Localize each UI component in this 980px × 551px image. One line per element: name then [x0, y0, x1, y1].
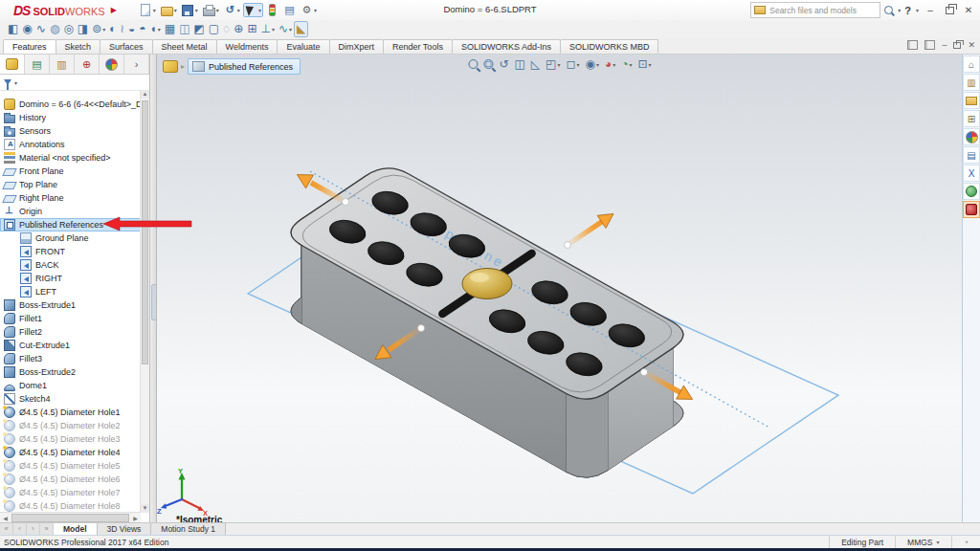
appearances-button[interactable] [963, 128, 980, 145]
propertymanager-tab[interactable]: ▤ [25, 55, 50, 74]
caret-down-icon[interactable]: ▾ [237, 7, 240, 13]
boundary-boss-button[interactable]: ◎ [61, 22, 75, 36]
tree-item-right-plane[interactable]: Right Plane [0, 191, 141, 205]
measure-button[interactable]: ◺ [528, 56, 543, 72]
tree-item-fillet1[interactable]: Fillet1 [0, 312, 141, 325]
caret-down-icon[interactable]: ▾ [216, 7, 219, 13]
reference-handle[interactable] [565, 242, 571, 249]
previous-view-button[interactable]: ↺ [496, 56, 511, 72]
tree-item-right[interactable]: RIGHT [0, 272, 141, 285]
tree-item-4-5-4-5-diameter-hole8[interactable]: Ø4.5 (4.5) Diameter Hole8 [0, 499, 141, 513]
search-scope-icon[interactable] [754, 6, 766, 14]
reference-handle[interactable] [641, 369, 648, 376]
lofted-cut-button[interactable]: ◒ [126, 22, 137, 36]
hide-show-items-button[interactable]: ◉▾ [582, 56, 602, 72]
caret-down-icon[interactable]: ▾ [596, 61, 599, 68]
section-view-button[interactable]: ◫ [512, 56, 528, 72]
caret-down-icon[interactable]: ▾ [102, 26, 105, 33]
tree-item-cut-extrude1[interactable]: Cut-Extrude1 [0, 339, 141, 352]
minimize-button[interactable]: – [923, 5, 938, 15]
hscroll-thumb[interactable] [11, 514, 129, 522]
domino-model[interactable]: Top Plane [291, 168, 769, 477]
tree-item-sensors[interactable]: Sensors [0, 124, 141, 138]
file-properties-button[interactable]: ▤ [281, 3, 298, 17]
save-button[interactable]: ▾ [180, 3, 200, 17]
tree-item-4-5-4-5-diameter-hole2[interactable]: Ø4.5 (4.5) Diameter Hole2 [0, 419, 141, 432]
search-icon[interactable] [884, 6, 893, 14]
undo-button[interactable]: ↺▾ [222, 3, 242, 17]
file-explorer-button[interactable] [963, 92, 980, 109]
zoom-to-fit-button[interactable] [465, 58, 480, 70]
configurationmanager-tab[interactable]: ▥ [50, 55, 75, 74]
fillet-button[interactable]: ◖▾ [148, 22, 163, 36]
tree-item-boss-extrude2[interactable]: Boss-Extrude2 [0, 365, 141, 379]
tab-dimxpert[interactable]: DimXpert [329, 39, 385, 54]
reference-handle[interactable] [343, 199, 349, 206]
reference-handle[interactable] [418, 325, 425, 332]
close-button[interactable]: ✕ [961, 5, 976, 15]
tree-item-dome1[interactable]: Dome1 [0, 379, 141, 392]
custom-properties-button[interactable]: ▤ [963, 146, 980, 164]
tree-item-4-5-4-5-diameter-hole3[interactable]: Ø4.5 (4.5) Diameter Hole3 [0, 432, 141, 446]
collapse-pane-icon[interactable] [907, 40, 918, 50]
tree-item-left[interactable]: LEFT [0, 285, 141, 298]
caret-down-icon[interactable]: ▾ [649, 61, 652, 68]
view-settings-button[interactable]: ⊡▾ [635, 56, 654, 72]
tree-vertical-scrollbar[interactable]: ▲ ▼ [140, 90, 149, 513]
restore-button[interactable] [942, 4, 957, 16]
tree-item-4-5-4-5-diameter-hole6[interactable]: Ø4.5 (4.5) Diameter Hole6 [0, 473, 141, 486]
help-caret-icon[interactable]: ▾ [916, 7, 919, 13]
instant3d-button[interactable]: ◣ [294, 21, 308, 37]
hole-wizard-button[interactable]: ⊚▾ [90, 22, 107, 36]
view-orientation-button[interactable]: ◰▾ [543, 56, 563, 72]
extruded-cut-button[interactable]: ◨ [76, 22, 90, 36]
tab-render-tools[interactable]: Render Tools [383, 39, 453, 54]
tab-surfaces[interactable]: Surfaces [100, 39, 153, 54]
boundary-cut-button[interactable]: ◓ [137, 22, 147, 36]
tree-item-front[interactable]: FRONT [0, 245, 141, 258]
dimxpertmanager-tab[interactable]: ⊕ [75, 55, 100, 74]
scroll-up-icon[interactable]: ▲ [141, 90, 149, 99]
status-tray[interactable]: ◔ [951, 536, 980, 548]
help-button[interactable]: ? [904, 5, 911, 16]
filter-caret-icon[interactable]: ▾ [14, 79, 17, 86]
caret-down-icon[interactable]: ▾ [153, 7, 156, 13]
linear-pattern-button[interactable]: ▦ [163, 22, 177, 36]
draft-button[interactable]: ◩ [191, 22, 206, 36]
tree-filter[interactable]: ▾ [0, 75, 149, 91]
search-input[interactable]: Search files and models [750, 2, 880, 18]
xpress-products-button[interactable]: X [963, 165, 980, 182]
tree-item-material-not-specified[interactable]: Material <not specified> [0, 151, 141, 165]
panel-tab-overflow[interactable]: › [124, 55, 149, 74]
print-button[interactable]: ▾ [201, 3, 221, 17]
caret-down-icon[interactable]: ▾ [612, 61, 615, 68]
caret-down-icon[interactable]: ▾ [174, 7, 177, 13]
revolved-boss-button[interactable]: ◉ [20, 22, 33, 36]
arrow-back[interactable] [297, 175, 313, 188]
tab-sheet-metal[interactable]: Sheet Metal [152, 39, 217, 54]
design-library-button[interactable]: ▥ [963, 74, 980, 91]
viewport-canvas[interactable]: Top Plane [157, 55, 963, 523]
menu-flyout-icon[interactable]: ▶ [111, 6, 117, 14]
scroll-down-icon[interactable]: ▼ [141, 504, 149, 513]
edit-appearance-button[interactable]: ◕▾ [602, 56, 618, 72]
intersect-button[interactable]: ⊕ [232, 22, 245, 36]
caret-down-icon[interactable]: ▾ [576, 61, 579, 68]
view-palette-button[interactable]: ⊞ [963, 110, 980, 127]
swept-cut-button[interactable]: ≀ [119, 22, 127, 36]
tree-item-back[interactable]: BACK [0, 258, 141, 272]
lofted-boss-button[interactable]: ◍ [48, 22, 61, 36]
extruded-boss-button[interactable]: ◧ [6, 22, 20, 36]
shell-button[interactable]: ▢ [207, 22, 221, 36]
expand-pane-icon[interactable] [924, 40, 935, 50]
displaymanager-tab[interactable] [100, 55, 124, 74]
search-caret-icon[interactable]: ▾ [898, 7, 901, 13]
tab-solidworks-add-ins[interactable]: SOLIDWORKS Add-Ins [452, 39, 561, 54]
tree-item-fillet2[interactable]: Fillet2 [0, 325, 141, 339]
select-button[interactable]: ▾ [243, 3, 263, 17]
tree-item-annotations[interactable]: Annotations [0, 138, 141, 151]
caret-down-icon[interactable]: ▾ [314, 7, 317, 13]
caret-down-icon[interactable]: ▾ [258, 7, 261, 13]
tab-sketch[interactable]: Sketch [56, 39, 101, 54]
reference-geometry-button[interactable]: ⊥▾ [258, 22, 276, 36]
